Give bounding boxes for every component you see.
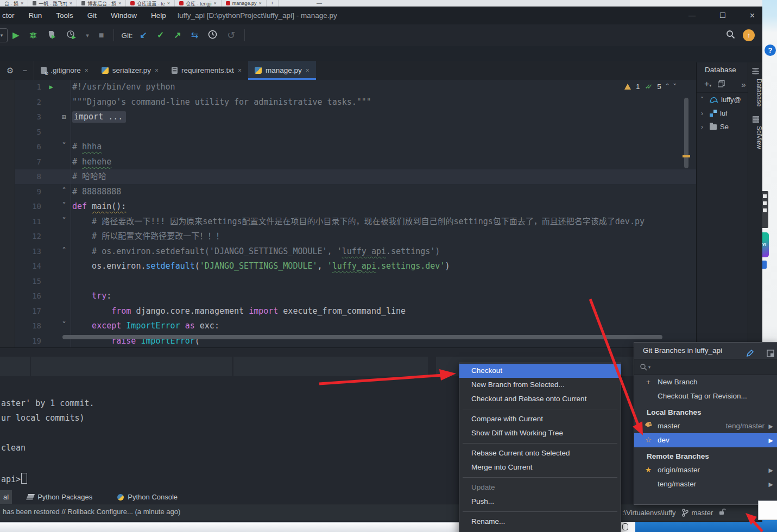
profiler-button[interactable] [66,30,76,41]
history-icon[interactable] [208,30,217,41]
menu-tools[interactable]: Tools [56,11,73,20]
prev-problem-icon[interactable]: ˆ [666,83,668,91]
menu-item-show-diff-with-working-tree[interactable]: Show Diff with Working Tree [459,426,621,440]
fold-icon[interactable]: ˇ [60,199,68,214]
error-stripe-mark[interactable] [683,155,690,157]
next-problem-icon[interactable]: ˇ [673,83,675,91]
branch-item-origin-master[interactable]: ★origin/master▶ [634,463,777,477]
code-line-7[interactable]: 7# hehehe [0,155,696,170]
pencil-icon[interactable] [746,347,754,363]
branch-item-dev[interactable]: ☆dev▶ [634,433,777,447]
code-line-8[interactable]: 8# 哈哈哈 [0,169,696,185]
code-line-12[interactable]: 12 # 所以配置文件路径要改一下！！！ [0,229,696,244]
chevron-icon[interactable]: › [701,123,706,131]
db-tree-item-Se[interactable]: ›Se [697,120,748,134]
gear-icon[interactable]: ⚙ [7,66,14,75]
close-tab-icon[interactable]: × [306,67,309,74]
code-editor[interactable]: 1▶#!/usr/bin/env python2"""Django's comm… [0,80,696,347]
popup-action-new-branch[interactable]: +New Branch [634,375,777,389]
run-config-selector[interactable]: ▾ [0,28,8,42]
menu-item-merge-into-current[interactable]: Merge into Current [459,460,621,474]
close-tab-icon[interactable]: × [118,1,121,6]
branch-item-master[interactable]: masterteng/master▶ [634,419,777,433]
code-line-6[interactable]: 6ˇ# hhha [0,140,696,155]
tool-tab-python-packages[interactable]: Python Packages [20,490,100,504]
editor-tab-.gitignore[interactable]: .gitignore× [34,61,95,80]
branch-item-teng-master[interactable]: teng/master▶ [634,477,777,491]
browser-tab[interactable]: 仓库 - tengji× [175,0,222,7]
inspections-widget[interactable]: 1 ✓✓ 5 ˆ ˇ [624,83,676,91]
fold-icon[interactable]: ˆ [60,185,68,200]
sciview-stripe-button[interactable]: SciView [748,116,762,149]
stop-button[interactable]: ■ [99,31,104,40]
popup-action-checkout-tag-or-revision---[interactable]: Checkout Tag or Revision... [634,389,777,403]
code-line-16[interactable]: 16 try: [0,289,696,304]
browser-tab[interactable]: manage.py× [222,0,267,7]
help-bubble-icon[interactable]: ? [765,45,776,56]
menu-item-checkout[interactable]: Checkout [459,364,621,378]
coverage-button[interactable] [47,30,56,41]
rollback-icon[interactable]: ↺ [227,30,235,40]
menu-item-checkout-and-rebase-onto-current[interactable]: Checkout and Rebase onto Current [459,392,621,406]
close-tab-icon[interactable]: × [258,1,261,6]
debug-button[interactable] [29,30,37,41]
editor-tab-serializer.py[interactable]: serializer.py× [95,61,165,80]
menu-ctor[interactable]: ctor [2,11,15,20]
code-line-3[interactable]: 3⊞import ... [0,110,696,125]
code-line-2[interactable]: 2"""Django's command-line utility for ad… [0,95,696,110]
fold-icon[interactable]: ˆ [60,244,68,259]
browser-tab[interactable]: 仓库设置 - te× [126,0,175,7]
maximize-button[interactable]: ☐ [719,11,726,20]
editor-vertical-scrollbar[interactable] [684,98,688,168]
code-line-1[interactable]: 1▶#!/usr/bin/env python [0,80,696,95]
unlock-icon[interactable] [718,508,727,517]
hide-panel-icon[interactable]: − [22,66,27,75]
push-icon[interactable]: ↗ [174,31,181,40]
browser-tab[interactable]: 博客后台 - 损× [77,0,126,7]
browser-tab[interactable]: 一帆 - 路飞T(× [28,0,77,7]
diff-arrows-icon[interactable]: ⇆ [191,31,198,40]
code-line-10[interactable]: 10ˇdef main(): [0,199,696,214]
menu-git[interactable]: Git [87,11,97,20]
run-more-dropdown[interactable]: ▾ [86,33,89,39]
close-tab-icon[interactable]: × [85,67,89,74]
chevron-icon[interactable]: ˇ [701,96,706,104]
menu-run[interactable]: Run [29,11,42,20]
add-datasource-button[interactable]: +▾ [704,79,711,89]
close-tab-icon[interactable]: × [238,67,242,74]
terminal-cursor[interactable] [21,473,27,484]
code-line-14[interactable]: 14 os.environ.setdefault('DJANGO_SETTING… [0,259,696,274]
close-tab-icon[interactable]: × [214,1,217,6]
fold-icon[interactable]: ˇ [60,214,68,230]
run-button[interactable]: ▶ [12,31,19,40]
update-project-icon[interactable]: ↙ [140,31,147,40]
code-line-5[interactable]: 5 [0,125,696,140]
more-actions-icon[interactable]: » [741,80,746,89]
code-line-13[interactable]: 13ˆ # os.environ.setdefault('DJANGO_SETT… [0,244,696,259]
status-message[interactable]: has been restored // Rollback Configure.… [3,508,180,516]
close-tab-icon[interactable]: × [21,1,23,6]
menu-window[interactable]: Window [111,11,137,20]
chevron-icon[interactable]: › [701,110,706,117]
database-stripe-button[interactable]: Database [748,68,762,106]
duplicate-icon[interactable] [718,80,725,89]
menu-help[interactable]: Help [151,11,166,20]
fold-icon[interactable]: ⊞ [60,110,68,125]
editor-tab-requirements.txt[interactable]: requirements.txt× [165,61,248,80]
code-line-18[interactable]: 18ˇ except ImportError as exc: [0,319,696,334]
code-line-11[interactable]: 11ˇ # 路径要改一下!!! 因为原来settings配置文件是在项目的小目录… [0,214,696,230]
browser-minimize[interactable]: — [311,0,327,6]
restore-popup-icon[interactable] [767,347,774,363]
menu-item-update[interactable]: Update [459,480,621,495]
search-everywhere-icon[interactable] [726,30,735,41]
update-available-icon[interactable]: ↑ [743,29,755,41]
editor-tab-manage.py[interactable]: manage.py× [248,61,316,80]
close-tab-icon[interactable]: × [70,1,72,6]
editor-horizontal-scrollbar[interactable] [62,335,662,339]
new-tab-button[interactable]: + [267,0,279,7]
code-line-9[interactable]: 9ˆ# 88888888 [0,185,696,200]
interpreter-path[interactable]: :\Virtualenvs\luffy [622,509,676,517]
close-button[interactable]: × [750,11,755,21]
code-line-15[interactable]: 15 [0,274,696,289]
menu-item-compare-with-current[interactable]: Compare with Current [459,412,621,426]
